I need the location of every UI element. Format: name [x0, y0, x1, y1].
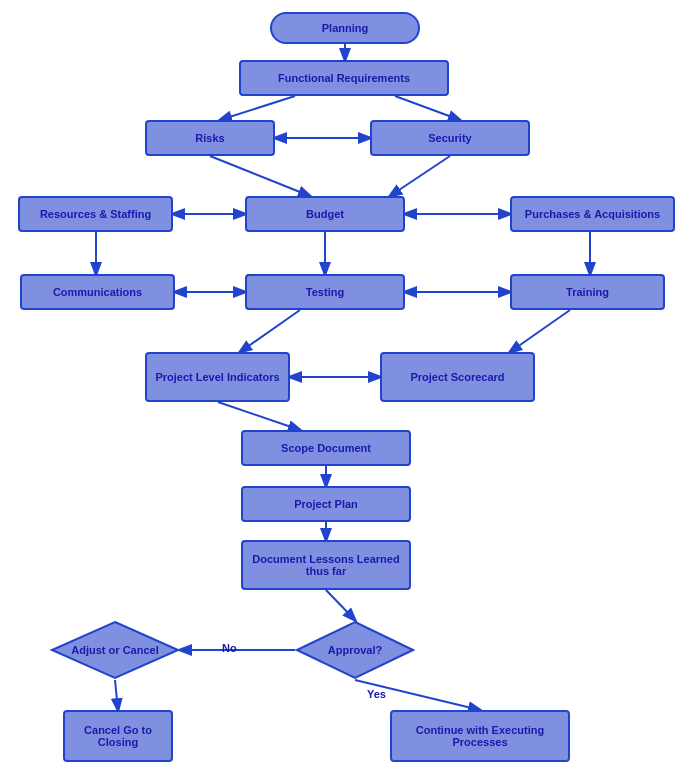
security-label: Security	[428, 132, 471, 144]
svg-line-13	[240, 310, 300, 352]
svg-line-16	[218, 402, 300, 430]
purchases-label: Purchases & Acquisitions	[525, 208, 660, 220]
yes-label: Yes	[367, 688, 386, 700]
cancelclosing-node: Cancel Go to Closing	[63, 710, 173, 762]
scope-node: Scope Document	[241, 430, 411, 466]
planning-label: Planning	[322, 22, 368, 34]
svg-line-22	[115, 680, 118, 710]
continue-label: Continue with Executing Processes	[392, 724, 568, 748]
cancelclosing-label: Cancel Go to Closing	[65, 724, 171, 748]
pli-node: Project Level Indicators	[145, 352, 290, 402]
plan-label: Project Plan	[294, 498, 358, 510]
lessons-label: Document Lessons Learned thus far	[243, 553, 409, 577]
training-label: Training	[566, 286, 609, 298]
continue-node: Continue with Executing Processes	[390, 710, 570, 762]
budget-node: Budget	[245, 196, 405, 232]
scorecard-node: Project Scorecard	[380, 352, 535, 402]
adjustcancel-node: Adjust or Cancel	[50, 620, 180, 680]
approval-label: Approval?	[328, 644, 382, 656]
communications-label: Communications	[53, 286, 142, 298]
svg-line-14	[510, 310, 570, 352]
functional-node: Functional Requirements	[239, 60, 449, 96]
purchases-node: Purchases & Acquisitions	[510, 196, 675, 232]
svg-line-4	[210, 156, 310, 196]
resources-label: Resources & Staffing	[40, 208, 151, 220]
training-node: Training	[510, 274, 665, 310]
svg-line-5	[390, 156, 450, 196]
functional-label: Functional Requirements	[278, 72, 410, 84]
budget-label: Budget	[306, 208, 344, 220]
plan-node: Project Plan	[241, 486, 411, 522]
svg-line-1	[220, 96, 295, 120]
security-node: Security	[370, 120, 530, 156]
scorecard-label: Project Scorecard	[410, 371, 504, 383]
scope-label: Scope Document	[281, 442, 371, 454]
testing-label: Testing	[306, 286, 344, 298]
svg-line-19	[326, 590, 355, 620]
flowchart: Planning Functional Requirements Risks S…	[0, 0, 693, 784]
approval-node: Approval?	[295, 620, 415, 680]
resources-node: Resources & Staffing	[18, 196, 173, 232]
testing-node: Testing	[245, 274, 405, 310]
risks-label: Risks	[195, 132, 224, 144]
planning-node: Planning	[270, 12, 420, 44]
communications-node: Communications	[20, 274, 175, 310]
adjustcancel-label: Adjust or Cancel	[71, 644, 158, 656]
svg-line-2	[395, 96, 460, 120]
risks-node: Risks	[145, 120, 275, 156]
pli-label: Project Level Indicators	[155, 371, 279, 383]
no-label: No	[222, 642, 237, 654]
lessons-node: Document Lessons Learned thus far	[241, 540, 411, 590]
